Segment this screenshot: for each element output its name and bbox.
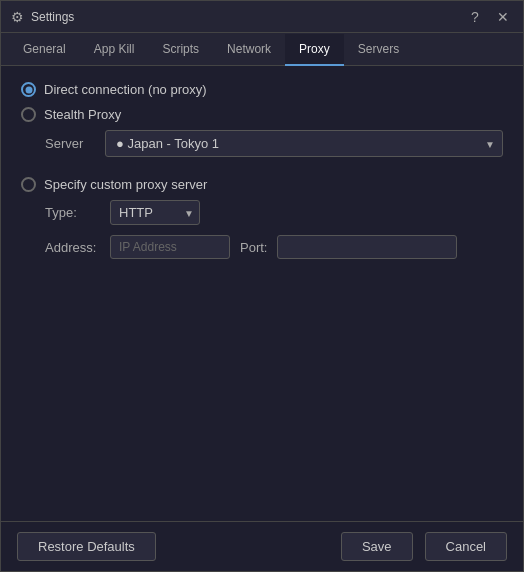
stealth-proxy-radio[interactable]	[21, 107, 36, 122]
tab-bar: General App Kill Scripts Network Proxy S…	[1, 33, 523, 66]
tab-scripts[interactable]: Scripts	[148, 34, 213, 66]
tab-network[interactable]: Network	[213, 34, 285, 66]
tab-general[interactable]: General	[9, 34, 80, 66]
save-button[interactable]: Save	[341, 532, 413, 561]
settings-window: ⚙ Settings ? ✕ General App Kill Scripts …	[0, 0, 524, 572]
footer: Restore Defaults Save Cancel	[1, 521, 523, 571]
window-title: Settings	[31, 10, 463, 24]
tab-proxy[interactable]: Proxy	[285, 34, 344, 66]
custom-proxy-label: Specify custom proxy server	[44, 177, 207, 192]
custom-proxy-settings: Type: HTTP HTTPS SOCKS4 SOCKS5 Address:	[45, 200, 503, 259]
stealth-proxy-label: Stealth Proxy	[44, 107, 121, 122]
address-label: Address:	[45, 240, 100, 255]
address-row: Address: Port:	[45, 235, 503, 259]
footer-right-buttons: Save Cancel	[341, 532, 507, 561]
direct-connection-radio[interactable]	[21, 82, 36, 97]
content-area: Direct connection (no proxy) Stealth Pro…	[1, 66, 523, 521]
server-select-wrapper: ● Japan - Tokyo 1	[105, 130, 503, 157]
server-row: Server ● Japan - Tokyo 1	[45, 130, 503, 157]
title-bar: ⚙ Settings ? ✕	[1, 1, 523, 33]
help-button[interactable]: ?	[463, 5, 487, 29]
stealth-proxy-settings: Server ● Japan - Tokyo 1	[45, 130, 503, 157]
stealth-proxy-section: Stealth Proxy Server ● Japan - Tokyo 1	[21, 107, 503, 167]
close-button[interactable]: ✕	[491, 5, 515, 29]
custom-proxy-section: Specify custom proxy server Type: HTTP H…	[21, 177, 503, 259]
restore-defaults-button[interactable]: Restore Defaults	[17, 532, 156, 561]
cancel-button[interactable]: Cancel	[425, 532, 507, 561]
window-icon: ⚙	[9, 9, 25, 25]
server-select[interactable]: ● Japan - Tokyo 1	[105, 130, 503, 157]
server-label: Server	[45, 136, 95, 151]
direct-connection-option[interactable]: Direct connection (no proxy)	[21, 82, 503, 97]
type-row: Type: HTTP HTTPS SOCKS4 SOCKS5	[45, 200, 503, 225]
tab-app-kill[interactable]: App Kill	[80, 34, 149, 66]
tab-servers[interactable]: Servers	[344, 34, 413, 66]
title-bar-buttons: ? ✕	[463, 5, 515, 29]
port-label: Port:	[240, 240, 267, 255]
address-input[interactable]	[110, 235, 230, 259]
type-select-wrapper: HTTP HTTPS SOCKS4 SOCKS5	[110, 200, 200, 225]
type-label: Type:	[45, 205, 100, 220]
custom-proxy-option[interactable]: Specify custom proxy server	[21, 177, 503, 192]
proxy-options: Direct connection (no proxy) Stealth Pro…	[21, 82, 503, 259]
port-input[interactable]	[277, 235, 457, 259]
direct-connection-label: Direct connection (no proxy)	[44, 82, 207, 97]
type-select[interactable]: HTTP HTTPS SOCKS4 SOCKS5	[110, 200, 200, 225]
custom-proxy-radio[interactable]	[21, 177, 36, 192]
stealth-proxy-option[interactable]: Stealth Proxy	[21, 107, 503, 122]
